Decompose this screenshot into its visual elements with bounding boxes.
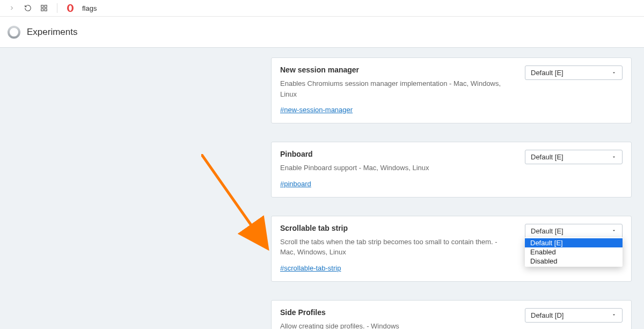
flag-select[interactable]: Default [E]: [525, 65, 623, 80]
flag-title: Side Profiles: [280, 308, 514, 317]
flag-select-value: Default [E]: [531, 69, 564, 77]
speed-dial-icon[interactable]: [40, 4, 48, 12]
chevron-down-icon: [611, 69, 617, 77]
svg-point-6: [9, 27, 19, 38]
chevron-down-icon: [611, 227, 617, 235]
content-area: New session manager Enables Chromiums se…: [0, 48, 644, 329]
flag-description: Scroll the tabs when the tab strip becom…: [280, 237, 514, 258]
opera-settings-icon: [8, 26, 20, 39]
flag-select[interactable]: Default [D]: [525, 308, 623, 323]
flag-select-value: Default [D]: [531, 311, 564, 319]
forward-icon[interactable]: [8, 4, 16, 12]
svg-point-5: [69, 5, 72, 11]
address-bar-text[interactable]: flags: [82, 4, 97, 12]
flag-card-list: New session manager Enables Chromiums se…: [271, 57, 632, 329]
flag-card: New session manager Enables Chromiums se…: [271, 57, 632, 123]
svg-rect-2: [41, 9, 43, 11]
flag-select[interactable]: Default [E]: [525, 150, 623, 164]
flag-select-value: Default [E]: [531, 227, 564, 235]
toolbar-separator: [57, 3, 57, 13]
svg-rect-3: [45, 9, 47, 11]
flag-card: Side Profiles Allow creating side profil…: [271, 300, 632, 330]
dropdown-option[interactable]: Enabled: [525, 247, 623, 257]
flag-description: Allow creating side profiles. - Windows: [280, 321, 514, 330]
page-header: Experiments: [0, 17, 644, 48]
flag-select-value: Default [E]: [531, 153, 564, 161]
reload-icon[interactable]: [24, 4, 32, 12]
flag-hash-link[interactable]: #scrollable-tab-strip: [280, 264, 341, 272]
flag-card: Scrollable tab strip Scroll the tabs whe…: [271, 216, 632, 282]
svg-rect-1: [45, 5, 47, 8]
chevron-down-icon: [611, 311, 617, 319]
annotation-arrow-icon: [201, 154, 276, 251]
svg-line-7: [201, 154, 265, 244]
flag-hash-link[interactable]: #new-session-manager: [280, 106, 353, 114]
opera-icon: [66, 4, 75, 12]
page-title: Experiments: [27, 27, 77, 38]
flag-title: Scrollable tab strip: [280, 224, 514, 232]
browser-toolbar: flags: [0, 0, 644, 17]
flag-description: Enable Pinboard support - Mac, Windows, …: [280, 163, 514, 173]
dropdown-option[interactable]: Disabled: [525, 257, 623, 266]
flag-description: Enables Chromiums session manager implem…: [280, 78, 514, 99]
flag-title: New session manager: [280, 65, 514, 74]
dropdown-option[interactable]: Default [E]: [525, 238, 623, 247]
flag-card: Pinboard Enable Pinboard support - Mac, …: [271, 142, 632, 198]
flag-select-dropdown: Default [E] Enabled Disabled: [525, 237, 623, 267]
chevron-down-icon: [611, 153, 617, 161]
svg-rect-0: [41, 5, 43, 8]
flag-hash-link[interactable]: #pinboard: [280, 180, 311, 188]
flag-select[interactable]: Default [E]: [525, 224, 623, 238]
flag-title: Pinboard: [280, 150, 514, 158]
